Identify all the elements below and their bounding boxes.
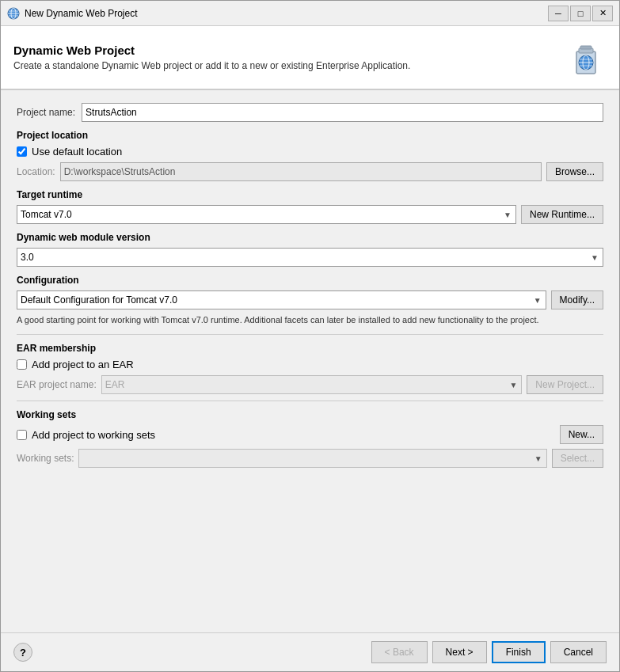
config-hint: A good starting point for working with T… [17, 314, 603, 326]
next-button[interactable]: Next > [432, 641, 487, 663]
dialog-footer: ? < Back Next > Finish Cancel [1, 632, 619, 671]
configuration-section-label: Configuration [17, 275, 603, 286]
window-title: New Dynamic Web Project [25, 8, 138, 19]
footer-right: < Back Next > Finish Cancel [371, 641, 607, 663]
use-default-location-row: Use default location [17, 146, 603, 158]
target-runtime-row: Tomcat v7.0 ▼ New Runtime... [17, 205, 603, 224]
configuration-select[interactable]: Default Configuration for Tomcat v7.0 [17, 290, 546, 309]
add-to-working-sets-label: Add project to working sets [32, 429, 155, 441]
browse-button[interactable]: Browse... [546, 162, 603, 181]
config-select-wrapper: Default Configuration for Tomcat v7.0 ▼ [17, 290, 546, 309]
add-to-ear-label: Add project to an EAR [32, 359, 134, 370]
runtime-select-wrapper: Tomcat v7.0 ▼ [17, 205, 516, 224]
finish-button[interactable]: Finish [492, 641, 546, 663]
project-name-input[interactable] [82, 103, 603, 122]
project-name-label: Project name: [17, 107, 75, 118]
location-input[interactable] [60, 162, 542, 181]
modify-button[interactable]: Modify... [551, 290, 603, 309]
ear-project-name-label: EAR project name: [17, 379, 97, 390]
page-title: Dynamic Web Project [13, 44, 410, 57]
add-to-ear-checkbox[interactable] [17, 359, 27, 370]
header-text: Dynamic Web Project Create a standalone … [13, 44, 410, 71]
minimize-button[interactable]: ─ [548, 6, 569, 21]
runtime-select[interactable]: Tomcat v7.0 [17, 205, 516, 224]
header-icon [565, 36, 607, 79]
working-sets-row: Working sets: ▼ Select... [17, 449, 603, 468]
project-name-row: Project name: [17, 103, 603, 122]
help-button[interactable]: ? [13, 643, 32, 662]
add-to-working-sets-checkbox[interactable] [17, 430, 27, 440]
new-runtime-button[interactable]: New Runtime... [521, 205, 603, 224]
target-runtime-label: Target runtime [17, 189, 603, 200]
close-button[interactable]: ✕ [592, 6, 613, 21]
working-sets-select[interactable] [78, 449, 546, 468]
maximize-button[interactable]: □ [570, 6, 591, 21]
add-to-working-sets-row: Add project to working sets [17, 429, 155, 441]
add-to-ear-row: Add project to an EAR [17, 359, 603, 370]
svg-rect-7 [580, 46, 591, 49]
select-button[interactable]: Select... [552, 449, 603, 468]
use-default-location-checkbox[interactable] [17, 146, 27, 157]
ear-membership-label: EAR membership [17, 343, 603, 354]
ear-select-wrapper: EAR ▼ [101, 375, 523, 394]
ear-project-row: EAR project name: EAR ▼ New Project... [17, 375, 603, 394]
new-working-set-button[interactable]: New... [560, 425, 603, 444]
divider-2 [17, 401, 603, 401]
title-bar-left: New Dynamic Web Project [7, 7, 138, 20]
title-bar: New Dynamic Web Project ─ □ ✕ [1, 1, 619, 26]
working-sets-select-wrapper: ▼ [78, 449, 546, 468]
location-label: Location: [17, 166, 55, 177]
form-content: Project name: Project location Use defau… [1, 90, 619, 632]
use-default-location-label: Use default location [32, 146, 122, 158]
title-buttons: ─ □ ✕ [548, 6, 613, 21]
dialog-window: New Dynamic Web Project ─ □ ✕ Dynamic We… [0, 0, 620, 672]
configuration-row: Default Configuration for Tomcat v7.0 ▼ … [17, 290, 603, 309]
location-row: Location: Browse... [17, 162, 603, 181]
cancel-button[interactable]: Cancel [550, 641, 607, 663]
header-section: Dynamic Web Project Create a standalone … [1, 26, 619, 90]
module-version-select[interactable]: 3.0 2.5 2.4 [17, 248, 603, 267]
ear-select[interactable]: EAR [101, 375, 523, 394]
module-version-section-label: Dynamic web module version [17, 232, 603, 243]
divider-1 [17, 334, 603, 335]
window-icon [7, 7, 20, 20]
project-location-label: Project location [17, 130, 603, 141]
new-project-button[interactable]: New Project... [527, 375, 603, 394]
footer-left: ? [13, 643, 32, 662]
working-sets-label: Working sets: [17, 453, 74, 464]
working-sets-section-label: Working sets [17, 409, 603, 420]
page-description: Create a standalone Dynamic Web project … [13, 60, 410, 71]
back-button[interactable]: < Back [371, 641, 428, 663]
module-version-wrapper: 3.0 2.5 2.4 ▼ [17, 248, 603, 267]
